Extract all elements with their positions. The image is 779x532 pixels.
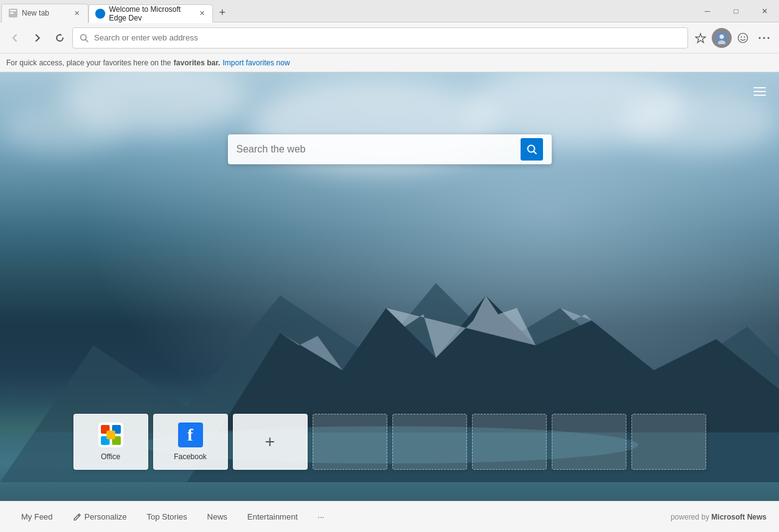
tab-label: New tab [22,9,49,17]
office-icon [98,422,123,447]
bottom-tabs: My Feed Personalize Top Stories News Ent… [12,508,333,525]
dial-item-facebook[interactable]: f Facebook [153,414,228,470]
favorite-button[interactable] [691,28,711,48]
tab-label: Welcome to Microsoft Edge Dev [109,5,194,22]
tab-edge-dev[interactable]: Welcome to Microsoft Edge Dev ✕ [88,4,213,23]
tab-news[interactable]: News [199,508,237,525]
toolbar [0,22,779,54]
svg-point-9 [739,33,748,42]
dial-facebook-label: Facebook [174,452,207,461]
svg-rect-2 [10,12,14,14]
search-icon [526,144,537,155]
hamburger-line-3 [753,95,766,96]
search-container [228,134,552,164]
tab-new-tab[interactable]: New tab ✕ [1,4,88,22]
search-input[interactable] [237,144,521,155]
svg-rect-1 [10,10,16,11]
svg-point-12 [759,37,761,39]
hamburger-menu-button[interactable] [749,81,770,102]
favorites-text: For quick access, place your favorites h… [6,58,171,67]
pencil-icon [73,513,82,521]
forward-button[interactable] [27,28,47,48]
powered-by: powered by Microsoft News [671,513,767,521]
address-input[interactable] [94,33,681,42]
tab-top-stories[interactable]: Top Stories [138,508,196,525]
tab-my-feed[interactable]: My Feed [12,508,62,525]
toolbar-actions [691,28,774,48]
avatar-button[interactable] [712,28,732,48]
import-favorites-link[interactable]: Import favorites now [223,58,290,67]
search-box [228,134,552,164]
edge-tab-icon [95,9,105,19]
add-site-icon: + [259,431,281,453]
close-button[interactable]: ✕ [750,0,779,22]
dial-item-empty-4[interactable] [552,414,626,470]
tab-close-button[interactable]: ✕ [72,8,82,18]
svg-point-10 [741,36,742,37]
newtab-content: Office f Facebook + Make every day beaut… [0,72,779,532]
favorites-bar: For quick access, place your favorites h… [0,54,779,72]
dial-item-empty-1[interactable] [313,414,387,470]
emoji-button[interactable] [733,28,753,48]
svg-point-11 [744,36,745,37]
svg-line-23 [534,152,536,154]
search-button[interactable] [521,138,543,161]
hamburger-line-2 [753,91,766,92]
minimize-button[interactable]: ─ [693,0,722,22]
bottom-bar: My Feed Personalize Top Stories News Ent… [0,501,779,532]
title-bar: New tab ✕ Welcome to Microsoft Edge Dev … [0,0,779,22]
dial-office-label: Office [101,452,120,461]
window-controls: ─ □ ✕ [693,0,779,22]
dial-item-empty-3[interactable] [472,414,547,470]
new-tab-page-icon [8,8,18,18]
speed-dial: Office f Facebook + [73,414,706,470]
refresh-button[interactable] [50,28,70,48]
address-bar[interactable] [72,27,688,49]
search-icon-address [79,33,89,43]
tab-entertainment[interactable]: Entertainment [238,508,306,525]
new-tab-button[interactable]: + [213,4,232,22]
more-button[interactable] [754,28,774,48]
svg-line-30 [78,515,79,516]
tab-close-button[interactable]: ✕ [198,9,206,19]
dial-item-empty-5[interactable] [631,414,706,470]
tab-personalize[interactable]: Personalize [64,508,136,525]
svg-point-14 [768,37,770,39]
tab-more[interactable]: ··· [309,508,333,525]
favorites-bar-link-text: favorites bar. [174,58,220,67]
dial-item-office[interactable]: Office [73,414,148,470]
facebook-icon: f [178,422,203,447]
svg-point-7 [720,34,724,39]
svg-rect-29 [106,431,115,439]
back-button[interactable] [5,28,25,48]
dial-item-empty-2[interactable] [392,414,467,470]
hamburger-line-1 [753,87,766,88]
svg-point-13 [763,37,765,39]
dial-item-add[interactable]: + [233,414,308,470]
svg-marker-3 [60,34,62,35]
maximize-button[interactable]: □ [722,0,750,22]
svg-line-5 [86,39,88,42]
tab-strip: New tab ✕ Welcome to Microsoft Edge Dev … [0,0,693,22]
